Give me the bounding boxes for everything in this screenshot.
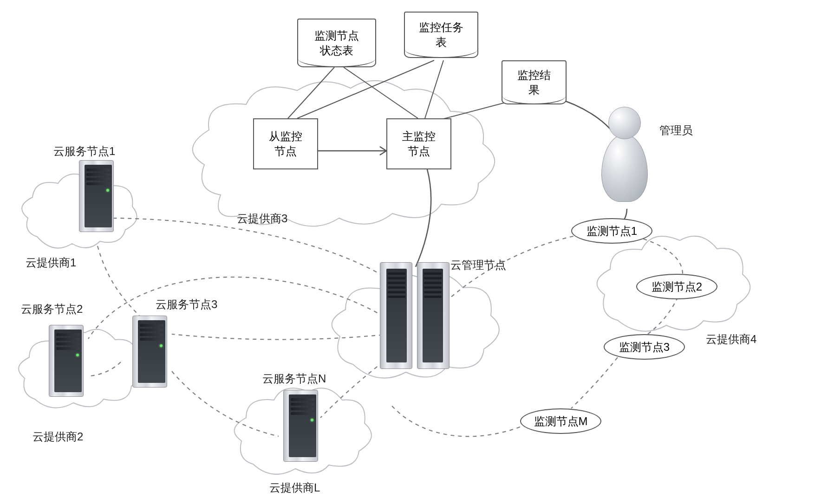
- box-label: 主监控节点: [402, 129, 436, 159]
- server-icon: [44, 325, 88, 397]
- svg-line-0: [288, 67, 334, 118]
- service-node-1-label: 云服务节点1: [53, 144, 115, 159]
- doc-label: 监测节点状态表: [314, 28, 359, 58]
- cloud-provider-L-label: 云提供商L: [269, 480, 320, 495]
- doc-monitor-result: 监控结果: [502, 60, 567, 104]
- server-icon: [74, 160, 118, 232]
- admin-icon: [599, 107, 650, 204]
- cloud-provider-2-label: 云提供商2: [33, 429, 83, 444]
- monitor-node-1: 监测节点1: [571, 218, 652, 244]
- ellipse-label: 监测节点1: [586, 224, 637, 239]
- ellipse-label: 监测节点3: [619, 340, 670, 355]
- service-node-3-label: 云服务节点3: [156, 297, 217, 312]
- ellipse-label: 监测节点M: [534, 414, 588, 429]
- server-icon: [279, 390, 323, 462]
- cloud-provider-1-label: 云提供商1: [26, 255, 76, 270]
- cloud-provider-4-label: 云提供商4: [706, 332, 756, 347]
- server-icon: [128, 316, 172, 388]
- doc-label: 监控任务表: [419, 20, 463, 50]
- ellipse-label: 监测节点2: [652, 279, 702, 294]
- doc-monitor-node-status: 监测节点状态表: [297, 19, 376, 67]
- box-label: 从监控节点: [269, 129, 302, 159]
- svg-line-1: [344, 67, 418, 118]
- box-master-monitor: 主监控节点: [386, 118, 451, 169]
- doc-label: 监控结果: [517, 68, 551, 97]
- monitor-node-2: 监测节点2: [636, 274, 717, 299]
- monitor-node-M: 监测节点M: [520, 408, 601, 434]
- diagram-lines: [0, 0, 821, 504]
- mgmt-server-icon: [380, 262, 450, 369]
- box-slave-monitor: 从监控节点: [253, 118, 318, 169]
- svg-line-3: [425, 60, 443, 118]
- service-node-2-label: 云服务节点2: [21, 302, 83, 317]
- service-node-N-label: 云服务节点N: [262, 371, 326, 386]
- doc-monitor-task: 监控任务表: [404, 12, 478, 58]
- cloud-provider-3-label: 云提供商3: [237, 211, 287, 226]
- cloud-mgmt-node-label: 云管理节点: [450, 258, 506, 272]
- monitor-node-3: 监测节点3: [604, 334, 685, 360]
- admin-label: 管理员: [659, 123, 693, 138]
